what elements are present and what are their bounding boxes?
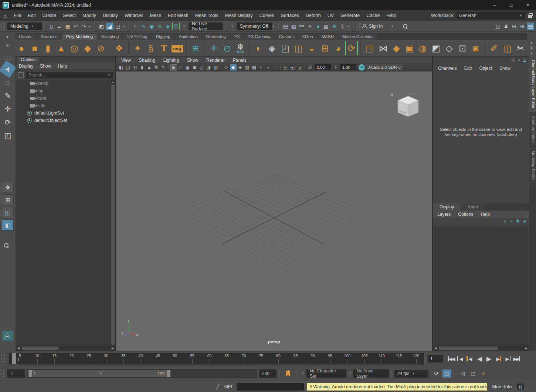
transform-component-icon[interactable]: ⊡: [456, 41, 469, 55]
wireframe-on-shaded-icon[interactable]: ◈: [237, 64, 244, 71]
current-time-field[interactable]: 1: [428, 355, 443, 362]
playblast-options-icon[interactable]: ◷: [442, 369, 451, 378]
anim-layer-field[interactable]: No Anim Layer: [353, 369, 389, 378]
sculpt-mesh-icon[interactable]: ◙: [469, 41, 482, 55]
ambient-occlusion-icon[interactable]: ◒: [265, 64, 272, 71]
poly-cube-icon[interactable]: ■: [28, 41, 41, 55]
shelf-tab[interactable]: Surfaces: [37, 34, 62, 40]
gamma-field[interactable]: 1.00: [340, 64, 356, 70]
pencil-icon[interactable]: ╱: [216, 384, 219, 389]
grip-handle[interactable]: [1, 353, 5, 364]
list-item[interactable]: defaultLightSet: [16, 109, 111, 117]
camera-lock-icon[interactable]: ◫: [125, 64, 132, 71]
step-forward-key-button[interactable]: ▶: [493, 354, 502, 363]
warning-message[interactable]: // Warning: Arnold renderer not loaded. …: [307, 383, 487, 391]
scroll-right-icon[interactable]: ▶: [110, 347, 115, 350]
select-component-icon[interactable]: ◫: [114, 23, 122, 30]
platonic-solid-icon[interactable]: ❖: [113, 41, 125, 55]
range-start-handle[interactable]: [28, 370, 32, 377]
layout-outliner-persp-icon[interactable]: ◧: [2, 219, 14, 231]
scroll-up-icon[interactable]: ▲: [112, 80, 115, 84]
type-tool-icon[interactable]: T: [158, 41, 170, 55]
shelf-gear-icon[interactable]: ✳: [6, 43, 9, 48]
sign-in-dropdown[interactable]: Sign In ▼: [362, 24, 403, 29]
range-grip[interactable]: [99, 372, 102, 376]
shelf-tab[interactable]: Curves: [15, 34, 37, 40]
live-surface-field[interactable]: No Live Surface: [189, 23, 223, 30]
display-toggle-icon[interactable]: ●: [314, 23, 322, 30]
boolean-icon[interactable]: ◐: [252, 41, 265, 55]
scroll-down-icon[interactable]: ▼: [530, 52, 533, 55]
open-scene-icon[interactable]: ▱: [56, 23, 63, 30]
grip-handle[interactable]: [1, 370, 5, 377]
bevel-icon[interactable]: ◆: [390, 41, 403, 55]
wireframe-icon[interactable]: ◇: [223, 64, 230, 71]
range-end-handle[interactable]: [167, 370, 170, 377]
grease-pencil-icon[interactable]: ✎: [160, 64, 167, 71]
shelf-tab[interactable]: FX Caching: [244, 34, 275, 40]
create-empty-layer-icon[interactable]: ✚: [516, 218, 520, 224]
use-all-lights-icon[interactable]: ▩: [251, 64, 258, 71]
poly-sphere-icon[interactable]: ●: [15, 41, 28, 55]
svg-tool-icon[interactable]: svg: [171, 41, 184, 55]
maximize-button[interactable]: □: [503, 0, 519, 10]
list-item[interactable]: side: [16, 102, 111, 109]
resolution-gate-icon[interactable]: ▣: [184, 64, 191, 71]
menu-item[interactable]: Help: [481, 212, 490, 217]
duplicate-face-icon[interactable]: ▣: [403, 41, 416, 55]
collapse-arrow-icon[interactable]: ▸: [123, 24, 125, 28]
film-gate-icon[interactable]: ▭: [177, 64, 184, 71]
pan-zoom-icon[interactable]: ✜: [153, 64, 160, 71]
isolate-remove-icon[interactable]: ◲: [296, 64, 303, 71]
helix-icon[interactable]: §: [145, 41, 157, 55]
menu-set-dropdown[interactable]: Modeling ▼: [7, 23, 42, 30]
ipr-render-icon[interactable]: IPR: [298, 23, 305, 30]
layer-list[interactable]: [434, 226, 528, 345]
list-item[interactable]: top: [16, 87, 111, 95]
scroll-thumb[interactable]: [22, 347, 59, 350]
menu-item[interactable]: Lighting: [163, 58, 179, 63]
animation-end-field[interactable]: 200: [259, 369, 277, 378]
menu-item[interactable]: Mesh Display: [222, 10, 256, 21]
menu-item[interactable]: Create: [39, 10, 60, 21]
home-icon[interactable]: ⌂: [3, 13, 7, 19]
render-settings-icon[interactable]: ✳: [306, 23, 313, 30]
layer-move-down-icon[interactable]: »: [510, 218, 512, 224]
step-back-key-button[interactable]: ◀: [465, 354, 475, 363]
shelf-tab[interactable]: Sculpting: [97, 34, 123, 40]
shaded-icon[interactable]: ◆: [230, 64, 237, 71]
fps-dropdown[interactable]: 24 fps ▼: [394, 370, 428, 378]
exposure-field[interactable]: 0.00: [315, 64, 331, 70]
menu-item[interactable]: Show: [187, 58, 198, 63]
bookmark-icon[interactable]: +: [286, 371, 290, 377]
pause-viewport-icon[interactable]: ∥: [339, 23, 346, 30]
animation-start-field[interactable]: 1: [7, 369, 25, 378]
xyz-triad-icon[interactable]: ✛: [511, 58, 515, 63]
menu-item[interactable]: Show: [499, 66, 510, 71]
menu-item[interactable]: Layers: [437, 212, 451, 217]
shelf-tab[interactable]: MASH: [318, 34, 338, 40]
shadows-icon[interactable]: ◐: [258, 64, 265, 71]
menu-item[interactable]: Object: [479, 66, 492, 71]
camera-attributes-icon[interactable]: ◎: [132, 64, 139, 71]
safe-action-icon[interactable]: ◨: [206, 64, 212, 71]
remesh-icon[interactable]: ⟳: [345, 41, 358, 55]
menu-item[interactable]: Mesh Tools: [192, 10, 222, 21]
outliner-vertical-scrollbar[interactable]: ▲: [111, 80, 115, 345]
list-item[interactable]: persp: [16, 80, 111, 87]
field-chart-icon[interactable]: ◫: [199, 64, 205, 71]
script-editor-icon[interactable]: {;}: [517, 383, 524, 390]
grip-handle[interactable]: [357, 23, 361, 30]
select-by-name-icon[interactable]: [18, 72, 24, 78]
shelf-tab[interactable]: UV Editing: [123, 34, 152, 40]
shelf-tab[interactable]: Rendering: [202, 34, 230, 40]
multi-cut-icon[interactable]: ✂: [514, 41, 527, 55]
safe-title-icon[interactable]: ▥: [213, 64, 219, 71]
list-item[interactable]: front: [16, 95, 111, 102]
modeling-toolkit-btn-icon[interactable]: ◳: [494, 23, 502, 30]
layout-two-pane-icon[interactable]: ◫: [2, 207, 14, 218]
playback-speed-icon[interactable]: ◷: [469, 369, 478, 378]
sidebar-tab[interactable]: Channel Box / Layer Editor: [529, 56, 536, 112]
menu-item[interactable]: Deform: [302, 10, 324, 21]
search-input[interactable]: Search... ▼: [26, 72, 113, 78]
